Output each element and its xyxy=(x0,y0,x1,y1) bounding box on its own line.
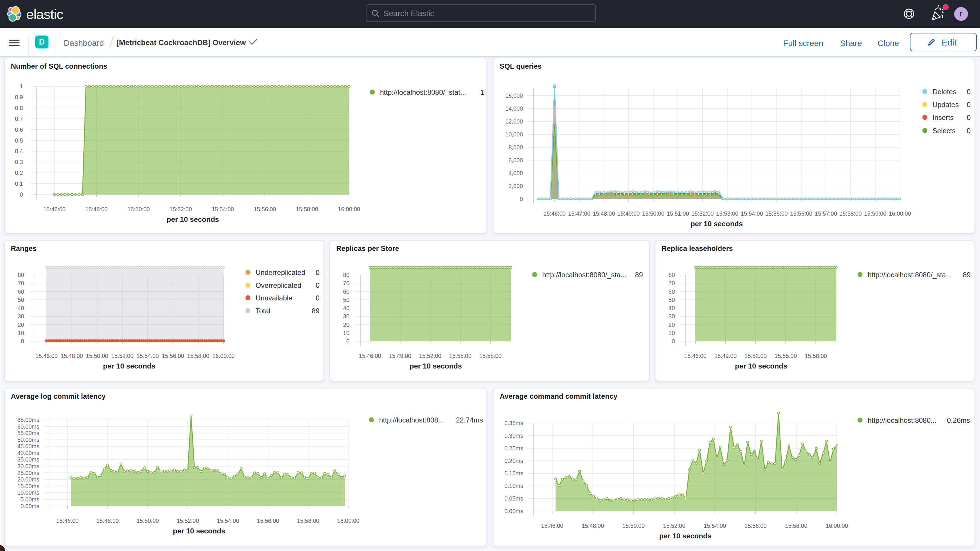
svg-text:15:46:00: 15:46:00 xyxy=(543,210,566,217)
svg-text:per 10 seconds: per 10 seconds xyxy=(690,220,743,228)
svg-text:40: 40 xyxy=(668,305,675,311)
svg-text:15:47:00: 15:47:00 xyxy=(568,210,590,217)
svg-text:Underreplicated: Underreplicated xyxy=(256,268,305,276)
svg-text:8,000: 8,000 xyxy=(509,144,523,151)
svg-text:15:49:00: 15:49:00 xyxy=(617,210,640,217)
svg-text:15:52:00: 15:52:00 xyxy=(111,353,134,359)
svg-text:0: 0 xyxy=(967,100,970,108)
svg-text:Updates: Updates xyxy=(932,100,959,108)
svg-text:14,000: 14,000 xyxy=(505,105,523,112)
svg-text:45.00ms: 45.00ms xyxy=(18,443,39,449)
svg-text:15:46:00: 15:46:00 xyxy=(35,353,58,359)
svg-text:89: 89 xyxy=(963,271,970,279)
svg-text:15:50:00: 15:50:00 xyxy=(86,353,108,359)
svg-text:70: 70 xyxy=(668,280,675,287)
svg-text:15:49:00: 15:49:00 xyxy=(714,353,737,359)
svg-text:15.00ms: 15.00ms xyxy=(18,483,39,489)
svg-text:15:58:00: 15:58:00 xyxy=(840,210,862,217)
svg-text:0.26ms: 0.26ms xyxy=(947,416,970,424)
svg-text:16:00:00: 16:00:00 xyxy=(889,210,911,217)
svg-text:per 10 seconds: per 10 seconds xyxy=(103,362,155,370)
svg-text:15:50:00: 15:50:00 xyxy=(127,206,150,212)
svg-text:per 10 seconds: per 10 seconds xyxy=(735,362,787,370)
svg-text:70: 70 xyxy=(343,280,350,287)
svg-text:15:58:00: 15:58:00 xyxy=(479,353,501,359)
svg-text:0: 0 xyxy=(967,88,970,96)
svg-text:15:52:00: 15:52:00 xyxy=(745,353,767,359)
svg-text:15:54:00: 15:54:00 xyxy=(741,210,763,217)
svg-text:16:00:00: 16:00:00 xyxy=(826,522,848,529)
svg-text:15:58:00: 15:58:00 xyxy=(785,522,808,529)
svg-text:0.9: 0.9 xyxy=(15,94,23,100)
svg-text:50: 50 xyxy=(18,297,24,303)
svg-text:Total: Total xyxy=(256,307,270,315)
svg-text:0: 0 xyxy=(671,338,675,344)
svg-text:40: 40 xyxy=(343,305,350,311)
svg-text:10.00ms: 10.00ms xyxy=(18,489,39,496)
svg-text:0: 0 xyxy=(520,196,523,202)
svg-text:per 10 seconds: per 10 seconds xyxy=(167,215,219,223)
svg-text:25.00ms: 25.00ms xyxy=(18,470,39,476)
svg-text:0.1: 0.1 xyxy=(15,180,23,187)
svg-text:0.7: 0.7 xyxy=(15,116,23,122)
svg-text:12,000: 12,000 xyxy=(505,118,523,125)
svg-text:60.00ms: 60.00ms xyxy=(18,424,39,430)
svg-text:70: 70 xyxy=(18,280,24,287)
svg-text:15:53:00: 15:53:00 xyxy=(716,210,738,217)
svg-text:Unavailable: Unavailable xyxy=(256,294,292,302)
svg-text:60: 60 xyxy=(18,288,24,295)
svg-text:4,000: 4,000 xyxy=(509,170,523,176)
svg-text:0: 0 xyxy=(20,191,23,198)
svg-text:15:48:00: 15:48:00 xyxy=(61,353,83,359)
svg-text:89: 89 xyxy=(312,307,320,315)
svg-text:15:57:00: 15:57:00 xyxy=(815,210,837,217)
svg-text:50: 50 xyxy=(668,297,675,303)
svg-text:15:48:00: 15:48:00 xyxy=(85,206,108,212)
svg-text:15:56:00: 15:56:00 xyxy=(745,522,767,529)
svg-text:15:52:00: 15:52:00 xyxy=(177,518,199,524)
svg-text:15:51:00: 15:51:00 xyxy=(667,210,689,217)
svg-text:65.00ms: 65.00ms xyxy=(18,417,39,423)
svg-text:per 10 seconds: per 10 seconds xyxy=(659,532,711,540)
svg-text:15:48:00: 15:48:00 xyxy=(593,210,615,217)
svg-text:15:50:00: 15:50:00 xyxy=(642,210,664,217)
svg-text:0: 0 xyxy=(316,268,320,276)
svg-text:50: 50 xyxy=(343,297,350,303)
svg-text:0.35ms: 0.35ms xyxy=(504,420,523,426)
svg-text:80: 80 xyxy=(18,272,24,278)
svg-text:5.00ms: 5.00ms xyxy=(21,496,39,503)
svg-text:15:58:00: 15:58:00 xyxy=(297,518,319,524)
svg-text:6,000: 6,000 xyxy=(509,157,523,163)
svg-text:60: 60 xyxy=(343,288,350,295)
svg-text:1: 1 xyxy=(480,88,484,96)
svg-text:Inserts: Inserts xyxy=(932,113,954,121)
svg-text:0.00ms: 0.00ms xyxy=(21,503,39,510)
svg-text:15:54:00: 15:54:00 xyxy=(137,353,159,359)
svg-text:15:54:00: 15:54:00 xyxy=(217,518,239,524)
svg-text:2,000: 2,000 xyxy=(509,183,523,189)
svg-text:16:00:00: 16:00:00 xyxy=(212,353,235,359)
svg-text:15:48:00: 15:48:00 xyxy=(97,518,119,524)
svg-text:20: 20 xyxy=(18,322,24,328)
svg-text:40.00ms: 40.00ms xyxy=(18,450,39,456)
svg-text:16:00:00: 16:00:00 xyxy=(337,518,360,524)
svg-text:10,000: 10,000 xyxy=(505,131,523,138)
svg-text:80: 80 xyxy=(668,272,675,278)
svg-text:15:55:00: 15:55:00 xyxy=(765,210,788,217)
svg-text:0.20ms: 0.20ms xyxy=(504,458,523,464)
svg-text:http://localhost:8080/_sta...: http://localhost:8080/_sta... xyxy=(542,271,627,279)
svg-text:0: 0 xyxy=(346,338,350,344)
svg-text:0.15ms: 0.15ms xyxy=(504,470,523,476)
svg-text:0.6: 0.6 xyxy=(15,126,23,133)
svg-text:0.8: 0.8 xyxy=(15,105,23,111)
svg-text:20: 20 xyxy=(343,322,350,328)
svg-text:0: 0 xyxy=(967,113,970,121)
svg-text:15:56:00: 15:56:00 xyxy=(257,518,279,524)
svg-text:15:49:00: 15:49:00 xyxy=(389,353,411,359)
svg-text:55.00ms: 55.00ms xyxy=(18,430,39,436)
svg-text:0: 0 xyxy=(967,127,970,135)
svg-text:30: 30 xyxy=(343,313,350,320)
svg-text:15:50:00: 15:50:00 xyxy=(137,518,159,524)
svg-text:15:52:00: 15:52:00 xyxy=(663,522,686,529)
svg-text:10: 10 xyxy=(18,330,24,336)
